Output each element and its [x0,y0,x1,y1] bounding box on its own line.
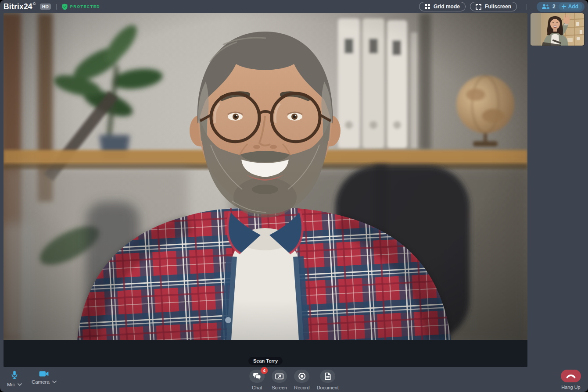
camera-button[interactable]: Camera [32,371,57,387]
record-button[interactable]: Record [294,370,309,390]
remote-video [4,13,527,340]
protected-badge: PROTECTED [62,4,100,10]
chevron-down-icon[interactable] [52,381,57,383]
plus-icon [562,4,566,9]
hangup-button[interactable]: Hang Up [561,370,581,390]
chat-icon [253,372,261,380]
camera-label: Camera [32,379,50,385]
document-label: Document [317,385,339,390]
grid-mode-button[interactable]: Grid mode [419,2,466,11]
mic-label: Mic [7,382,15,387]
document-button[interactable]: Document [317,370,339,390]
record-icon [298,372,306,380]
header-right: Grid mode Fullscreen 2 Add [419,2,584,12]
fullscreen-icon [476,4,481,10]
add-participant-button[interactable]: Add [559,3,582,11]
self-view-thumbnail[interactable] [530,13,584,46]
logo-text: Bitrix24 [4,2,32,11]
chevron-down-icon[interactable] [18,383,22,386]
mic-button[interactable]: Mic [7,371,22,387]
screen-label: Screen [272,385,287,390]
camera-icon [39,371,49,377]
participant-name-badge: Sean Terry [248,357,283,365]
device-controls: Mic Camera [7,371,57,387]
screen-share-button[interactable]: Screen [272,370,287,390]
protected-label: PROTECTED [70,4,100,9]
chat-button[interactable]: 4 Chat [249,370,265,390]
screen-share-icon [275,373,283,380]
hd-badge: HD [40,4,51,10]
hangup-icon [566,374,576,378]
header: Bitrix24© HD PROTECTED Grid mode [0,0,588,13]
participants-pill[interactable]: 2 Add [537,2,584,12]
header-divider [56,4,57,10]
grid-mode-label: Grid mode [434,4,460,10]
participant-name: Sean Terry [253,358,278,363]
document-icon [325,372,331,380]
logo-copyright: © [33,2,36,6]
chat-label: Chat [252,385,262,390]
call-controls-toolbar: Mic Camera [0,367,588,392]
video-call-window: Bitrix24© HD PROTECTED Grid mode [0,0,588,392]
header-left: Bitrix24© HD PROTECTED [4,2,100,11]
fullscreen-label: Fullscreen [485,4,511,10]
header-divider [527,4,527,10]
shield-icon [62,4,68,10]
bitrix24-logo: Bitrix24© [4,2,36,11]
main-video-tile: Sean Terry [4,13,527,367]
record-label: Record [294,385,309,390]
fullscreen-button[interactable]: Fullscreen [470,2,517,11]
self-view-video [530,13,584,46]
call-action-buttons: 4 Chat Screen [249,370,339,390]
grid-icon [425,4,430,9]
hangup-label: Hang Up [561,385,580,390]
participants-count: 2 [552,4,556,10]
people-icon [541,4,549,9]
add-label: Add [568,4,578,10]
mic-icon [11,371,18,380]
chat-unread-badge: 4 [261,367,268,374]
